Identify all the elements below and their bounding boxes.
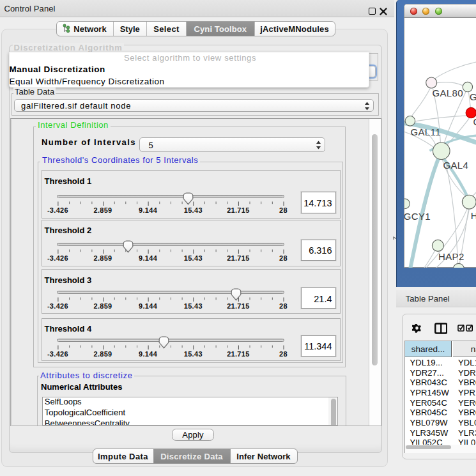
svg-text:HA: HA: [470, 210, 476, 221]
svg-text:GAL4: GAL4: [443, 160, 468, 171]
svg-text:GCY1: GCY1: [404, 211, 431, 222]
svg-text:HAP2: HAP2: [438, 251, 464, 262]
svg-text:GAL11: GAL11: [410, 127, 441, 137]
svg-text:GA: GA: [469, 91, 475, 102]
svg-text:GAL80: GAL80: [432, 88, 463, 98]
svg-text:CR: CR: [473, 116, 476, 127]
